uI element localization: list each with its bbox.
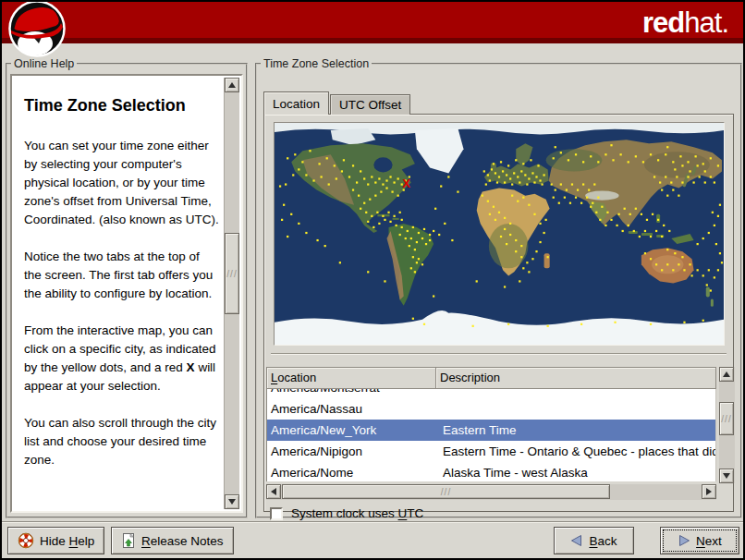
help-scroll-up-button[interactable] xyxy=(225,78,239,92)
installer-window: redhat. Online Help Time Zone Selection … xyxy=(0,0,745,560)
help-paragraph-2: Notice the two tabs at the top of the sc… xyxy=(24,248,219,303)
checkbox-box[interactable] xyxy=(270,507,283,520)
help-paragraph-3: From the interactive map, you can click … xyxy=(24,322,219,396)
table-row[interactable]: America/Nassau xyxy=(267,398,715,420)
header-bar: redhat. xyxy=(2,2,743,43)
help-scrollbar-thumb[interactable]: /// xyxy=(225,233,239,314)
next-button[interactable]: Next xyxy=(660,527,739,554)
cell-location: America/New_York xyxy=(267,420,437,441)
back-label-mnemonic: B xyxy=(589,534,597,548)
next-label-post: ext xyxy=(705,534,722,548)
cell-description xyxy=(437,398,715,420)
release-notes-label-post: elease Notes xyxy=(151,534,224,548)
map-separator xyxy=(271,353,727,355)
online-help-frame: Online Help Time Zone Selection You can … xyxy=(6,57,248,518)
map-selection-marker: X xyxy=(402,177,410,190)
help-paragraph-1: You can set your time zone either by sel… xyxy=(24,137,219,229)
arrow-up-icon xyxy=(228,82,236,88)
cell-description: Eastern Time - Ontario & Quebec - places… xyxy=(437,441,715,462)
footer-separator xyxy=(2,521,743,523)
help-title: Time Zone Selection xyxy=(24,96,219,115)
cell-location: America/Nome xyxy=(267,462,437,481)
table-header: Location Description xyxy=(266,367,716,389)
system-clock-utc-checkbox[interactable]: System clock uses UTC xyxy=(270,506,423,520)
cell-description: Alaska Time - west Alaska xyxy=(437,462,715,481)
timezone-frame: Time Zone Selection Location UTC Offset xyxy=(255,57,742,518)
help-paragraph-3-bold-x: X xyxy=(187,360,195,374)
redhat-wordmark: redhat. xyxy=(642,7,728,39)
hide-help-label-mnemonic: H xyxy=(69,534,79,548)
hide-help-label-post: elp xyxy=(78,534,94,548)
arrow-left-icon xyxy=(271,488,276,495)
table-row[interactable]: America/Montserrat xyxy=(267,389,715,398)
release-notes-label: Release Notes xyxy=(141,534,224,548)
back-arrow-icon xyxy=(570,534,583,547)
table-hscrollbar-thumb[interactable]: /// xyxy=(282,484,610,499)
world-map-image: X xyxy=(275,123,724,345)
world-map[interactable]: X xyxy=(274,122,725,346)
cell-location: America/Montserrat xyxy=(267,389,437,398)
cell-location: America/Nipigon xyxy=(267,441,437,462)
hide-help-label: Hide Help xyxy=(40,534,94,548)
release-notes-button[interactable]: Release Notes xyxy=(111,527,234,554)
help-content-panel: Time Zone Selection You can set your tim… xyxy=(10,74,243,513)
release-notes-label-mnemonic: R xyxy=(141,534,151,548)
back-button[interactable]: Back xyxy=(554,527,634,554)
checkbox-label-mnemonic: U xyxy=(398,506,408,520)
tab-location[interactable]: Location xyxy=(263,91,329,115)
checkbox-label-post: TC xyxy=(407,506,423,520)
life-preserver-icon xyxy=(18,532,34,549)
next-arrow-icon xyxy=(678,534,690,547)
table-vscrollbar-thumb[interactable]: /// xyxy=(719,402,734,435)
table-row[interactable]: America/NipigonEastern Time - Ontario & … xyxy=(267,441,715,462)
hide-help-button[interactable]: Hide Help xyxy=(7,527,104,554)
cell-description xyxy=(437,389,715,398)
table-row-selected[interactable]: America/New_YorkEastern Time xyxy=(267,420,715,441)
release-notes-icon xyxy=(121,532,136,549)
wordmark-hat: hat xyxy=(684,6,721,39)
back-label-post: ack xyxy=(598,534,617,548)
wordmark-red: red xyxy=(642,6,684,39)
table-scroll-left-button[interactable] xyxy=(266,484,281,499)
redhat-shadowman-icon xyxy=(8,0,67,59)
table-scroll-down-button[interactable] xyxy=(719,469,734,483)
back-label: Back xyxy=(589,534,617,548)
next-label-mnemonic: N xyxy=(696,534,705,548)
column-header-description[interactable]: Description xyxy=(436,367,716,389)
timezone-tabs: Location UTC Offset xyxy=(263,91,410,115)
arrow-down-icon xyxy=(228,499,236,505)
wordmark-dot: . xyxy=(721,6,728,39)
timezone-table: America/Montserrat America/Nassau Americ… xyxy=(266,389,716,481)
table-scroll-up-button[interactable] xyxy=(719,367,734,382)
help-paragraph-4: You can also scroll through the city lis… xyxy=(24,414,219,469)
table-horizontal-scrollbar[interactable]: /// xyxy=(266,484,716,500)
table-scroll-right-button[interactable] xyxy=(702,484,716,499)
location-tab-panel: X Location Description America/Montserra… xyxy=(263,114,734,512)
hide-help-label-pre: Hide xyxy=(40,534,69,548)
table-row[interactable]: America/NomeAlaska Time - west Alaska xyxy=(267,462,715,481)
arrow-right-icon xyxy=(706,488,712,495)
arrow-up-icon xyxy=(723,371,730,377)
timezone-frame-label: Time Zone Selection xyxy=(261,57,372,70)
help-scroll-down-button[interactable] xyxy=(225,494,239,509)
cell-description: Eastern Time xyxy=(437,420,715,441)
table-rows: America/Montserrat America/Nassau Americ… xyxy=(267,389,715,481)
table-vertical-scrollbar[interactable]: /// xyxy=(719,367,735,483)
column-header-location-text: ocation xyxy=(277,371,316,384)
arrow-down-icon xyxy=(723,473,730,479)
tab-utc-offset[interactable]: UTC Offset xyxy=(330,94,410,115)
online-help-frame-label: Online Help xyxy=(11,57,77,70)
help-text: Time Zone Selection You can set your tim… xyxy=(14,76,223,509)
checkbox-label: System clock uses UTC xyxy=(291,506,423,520)
cell-location: America/Nassau xyxy=(267,398,437,420)
column-header-location[interactable]: Location xyxy=(266,367,436,389)
checkbox-label-pre: System clock uses xyxy=(291,506,398,520)
next-label: Next xyxy=(696,534,722,548)
help-scrollbar[interactable]: /// xyxy=(224,78,239,509)
